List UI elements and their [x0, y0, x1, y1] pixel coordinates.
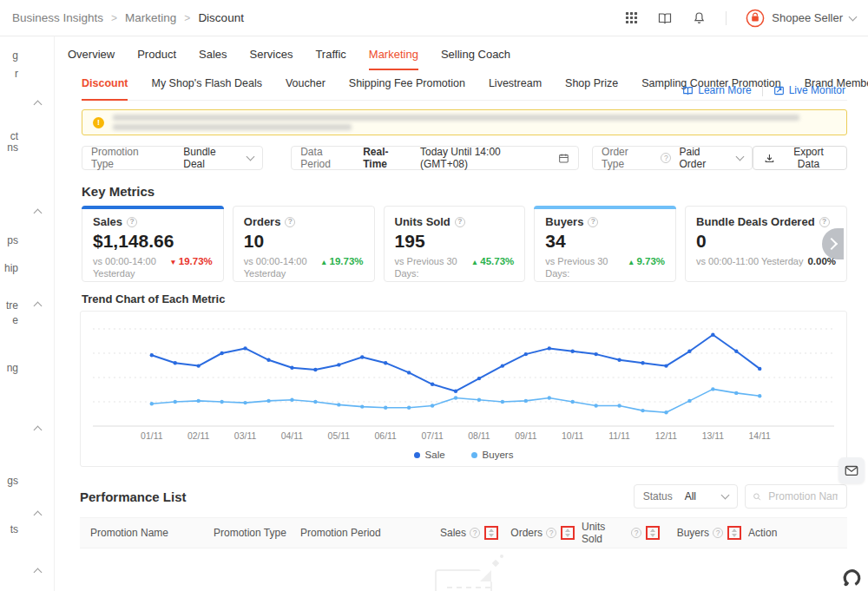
sidebar-item-fragment[interactable] [0, 98, 54, 110]
sidebar: grctnspshiptreenggsts [0, 36, 55, 591]
sidebar-item-fragment[interactable]: tre [0, 299, 54, 312]
help-icon[interactable]: ? [285, 217, 295, 227]
tab-marketing[interactable]: Marketing [369, 48, 418, 70]
metric-card-delta-value: 19.73% [179, 256, 213, 266]
legend-item-buyers[interactable]: Buyers [471, 450, 514, 460]
help-icon[interactable]: ? [127, 217, 137, 227]
breadcrumb-item-marketing[interactable]: Marketing [125, 11, 176, 24]
column-header-label: Sales [440, 527, 466, 539]
shopee-logo-icon [746, 9, 765, 28]
help-icon[interactable]: ? [455, 217, 465, 227]
subtab-my-shop-s-flash-deals[interactable]: My Shop's Flash Deals [151, 77, 261, 101]
sidebar-item-fragment[interactable]: gs [0, 475, 54, 487]
metric-card-value: 10 [244, 231, 364, 252]
sidebar-item-fragment[interactable] [0, 509, 54, 521]
sidebar-item-fragment[interactable]: hip [0, 262, 54, 274]
legend-item-sale[interactable]: Sale [414, 450, 445, 460]
promotion-type-select[interactable]: Promotion Type Bundle Deal [82, 146, 263, 170]
links-divider [762, 85, 763, 96]
guide-book-icon[interactable] [657, 10, 673, 26]
sidebar-item-fragment[interactable]: e [0, 314, 54, 326]
metric-card-compare: vs 00:00-14:00 Yesterday [244, 255, 318, 280]
learn-more-label: Learn More [698, 84, 751, 96]
chevron-up-icon [34, 302, 43, 311]
help-icon[interactable]: ? [470, 528, 480, 538]
tab-overview[interactable]: Overview [68, 48, 115, 70]
metric-card-value: 0 [696, 231, 836, 252]
live-monitor-link[interactable]: Live Monitor [773, 84, 845, 96]
sidebar-item-fragment[interactable]: ts [0, 523, 54, 535]
metric-card-units-sold[interactable]: Units Sold?195vs Previous 30 Days:▲45.73… [384, 206, 526, 282]
tab-sales[interactable]: Sales [199, 48, 227, 70]
sidebar-item-fragment[interactable]: g [0, 49, 54, 62]
sidebar-item-fragment[interactable]: r [0, 68, 54, 80]
metric-card-buyers[interactable]: Buyers?34vs Previous 30 Days:▲9.73% [534, 206, 676, 282]
help-icon[interactable]: ? [546, 528, 556, 538]
promotion-search [745, 484, 847, 509]
sidebar-item-fragment[interactable]: ng [0, 362, 54, 374]
card-selected-bar [82, 206, 224, 209]
breadcrumb-item-business-insights[interactable]: Business Insights [12, 11, 103, 24]
tab-traffic[interactable]: Traffic [315, 48, 345, 70]
apps-grid-icon[interactable] [625, 11, 638, 24]
sidebar-item-fragment[interactable] [0, 207, 54, 219]
help-icon[interactable]: ? [631, 528, 641, 538]
sidebar-item-fragment[interactable] [0, 424, 54, 436]
promotion-type-value: Bundle Deal [183, 146, 240, 170]
data-period-picker[interactable]: Data Period Real-Time Today Until 14:00 … [291, 146, 579, 170]
data-period-mode: Real-Time [363, 146, 412, 170]
tab-services[interactable]: Services [250, 48, 293, 70]
calendar-icon[interactable] [558, 153, 569, 164]
status-value: All [685, 490, 696, 502]
subtab-discount[interactable]: Discount [82, 77, 128, 101]
x-axis-tick-label: 01/11 [141, 431, 163, 441]
sidebar-item-fragment[interactable]: ps [0, 234, 54, 246]
sidebar-item-fragment[interactable]: ct [0, 130, 54, 142]
export-data-button[interactable]: Export Data [753, 146, 847, 170]
tab-product[interactable]: Product [137, 48, 176, 70]
main-content: OverviewProductSalesServicesTrafficMarke… [54, 36, 868, 591]
topbar-divider [726, 11, 727, 25]
webchat-fab-button[interactable] [837, 565, 866, 591]
subtab-shipping-fee-promotion[interactable]: Shipping Fee Promotion [349, 77, 465, 101]
metric-card-sales[interactable]: Sales?$1,148.66vs 00:00-14:00 Yesterday▼… [82, 206, 224, 282]
help-icon[interactable]: ? [661, 153, 671, 163]
column-header-units-sold: Units Sold? [578, 521, 663, 545]
order-type-select[interactable]: Order Type ? Paid Order [592, 146, 753, 170]
column-header-orders: Orders? [502, 526, 578, 540]
search-input[interactable] [766, 489, 839, 503]
sort-icon[interactable] [565, 529, 570, 537]
metric-card-value: 195 [395, 231, 515, 252]
tab-selling-coach[interactable]: Selling Coach [441, 48, 510, 70]
sort-icon[interactable] [489, 529, 494, 537]
metric-card-delta-value: 45.73% [480, 256, 514, 266]
sort-icon[interactable] [732, 529, 737, 537]
sidebar-item-fragment[interactable]: ns [0, 141, 54, 154]
subtab-livestream[interactable]: Livestream [489, 77, 542, 101]
account-menu[interactable]: Shopee Seller [746, 9, 856, 28]
sidebar-item-label: ps [0, 234, 18, 246]
sort-icon[interactable] [650, 529, 655, 537]
subtab-voucher[interactable]: Voucher [286, 77, 326, 101]
metric-card-delta: ▲19.73% [320, 255, 363, 268]
legend-label: Sale [425, 450, 445, 460]
learn-more-link[interactable]: Learn More [682, 84, 751, 96]
help-icon[interactable]: ? [588, 217, 598, 227]
sparkle-icon [500, 555, 503, 558]
sidebar-item-fragment[interactable] [0, 566, 54, 578]
sort-descending-icon [650, 534, 655, 537]
trend-chart: 01/1102/1103/1104/1105/1106/1107/1108/11… [81, 315, 846, 445]
help-icon[interactable]: ? [713, 528, 723, 538]
annotation-highlight-box [727, 526, 741, 540]
sidebar-item-label: tre [0, 299, 18, 312]
sidebar-item-label: e [0, 314, 18, 326]
help-icon[interactable]: ? [819, 217, 830, 227]
annotation-highlight-box [646, 526, 660, 540]
inbox-fab-button[interactable] [838, 457, 865, 483]
x-axis-tick-label: 07/11 [421, 431, 444, 441]
status-select[interactable]: Status All [634, 484, 738, 509]
metric-card-orders[interactable]: Orders?10vs 00:00-14:00 Yesterday▲19.73% [233, 206, 375, 282]
notification-bell-icon[interactable] [692, 10, 707, 25]
subtab-shop-prize[interactable]: Shop Prize [565, 77, 618, 101]
arrow-down-icon: ▼ [169, 258, 176, 266]
